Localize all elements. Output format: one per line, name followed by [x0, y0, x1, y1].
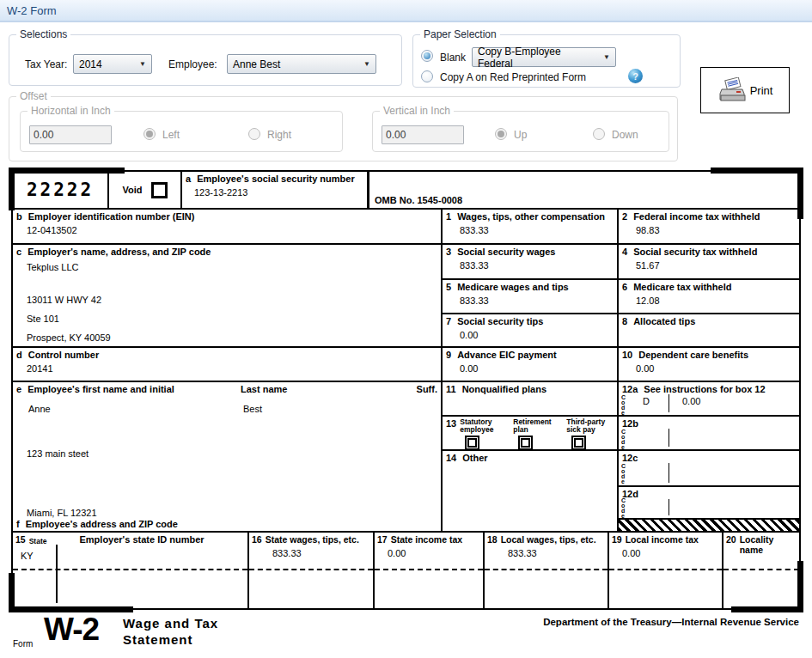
w2-box-3: 3Social security wages 833.33	[441, 245, 617, 278]
box-d-letter: d	[16, 350, 22, 361]
statutory-employee-label: Statutory employee	[460, 418, 503, 434]
employer-name: Tekplus LLC	[27, 262, 437, 273]
box-16-number: 16	[252, 534, 262, 545]
w2-box-15: 15 State Employer's state ID number KY	[13, 533, 247, 608]
chevron-down-icon: ▼	[139, 60, 146, 68]
box-10-number: 10	[622, 350, 632, 361]
w2-code-22222: 22222	[27, 180, 94, 200]
box-b-label: Employer identification number (EIN)	[28, 211, 195, 222]
statutory-employee-checkbox	[465, 436, 479, 450]
employee-dropdown[interactable]: Anne Best ▼	[227, 54, 376, 74]
box-7-number: 7	[446, 316, 451, 327]
box-11-number: 11	[446, 384, 456, 395]
box-2-label: Federal income tax withheld	[633, 211, 760, 222]
footer-form-title: Wage and Tax Statement	[123, 615, 218, 648]
box-4-label: Social security tax withheld	[633, 247, 757, 258]
vertical-offset-label: Vertical in Inch	[380, 105, 454, 117]
offset-group-label: Offset	[16, 90, 51, 102]
box-12a-divider	[669, 394, 669, 412]
w2-box-18: 18Local wages, tips, etc. 833.33	[483, 533, 607, 608]
w2-box-9: 9Advance EIC payment 0.00	[441, 348, 617, 381]
retirement-plan-label: Retirement plan	[513, 418, 556, 434]
box-12a-code: D	[643, 396, 650, 406]
omb-number: OMB No. 1545-0008	[375, 195, 462, 205]
box-18-number: 18	[487, 534, 498, 545]
box-19-value: 0.00	[622, 548, 719, 558]
chevron-down-icon: ▼	[603, 53, 610, 61]
copy-a-radio-label[interactable]: Copy A on Red Preprinted Form	[440, 71, 586, 83]
printer-icon	[717, 77, 747, 103]
w2-box-5: 5Medicare wages and tips 833.33	[441, 280, 617, 312]
w2-boxes-11-to-14: 11Nonqualified plans 12aSee instructions…	[441, 382, 799, 531]
box-15-state-label: State	[29, 536, 47, 546]
up-radio	[495, 128, 507, 140]
w2-box-12a: 12aSee instructions for box 12 Code D 0.…	[617, 382, 799, 415]
box-15-id-label: Employer's state ID number	[79, 534, 204, 546]
w2-row-top: 22222 Void aEmployee's social security n…	[13, 172, 799, 210]
box-5-number: 5	[446, 282, 451, 293]
copy-type-dropdown[interactable]: Copy B-Employee Federal ▼	[472, 47, 616, 67]
w2-omb-box: OMB No. 1545-0008	[367, 172, 799, 208]
blank-radio-label[interactable]: Blank	[440, 52, 466, 64]
box-20-label: Locality name	[740, 534, 797, 555]
down-radio-label: Down	[612, 129, 638, 141]
tax-year-dropdown[interactable]: 2014 ▼	[73, 54, 152, 74]
right-radio	[248, 128, 260, 140]
box-1-label: Wages, tips, other compensation	[457, 211, 605, 222]
box-f-label: Employee's address and ZIP code	[26, 519, 178, 530]
box-8-label: Allocated tips	[633, 316, 695, 327]
tax-year-label: Tax Year:	[25, 58, 67, 70]
vertical-offset-group: Vertical in Inch Up Down	[372, 111, 669, 152]
box-1-value: 833.33	[460, 225, 614, 236]
box-a-label: Employee's social security number	[197, 174, 355, 185]
blank-radio[interactable]	[421, 50, 433, 62]
w2-row-control: dControl number 20141 9Advance EIC payme…	[13, 348, 799, 382]
w2-code-box: 22222	[13, 172, 107, 208]
window-title-bar: W-2 Form	[0, 0, 812, 22]
box-12b-divider	[669, 429, 669, 447]
help-globe-icon[interactable]: ?	[628, 69, 643, 83]
box-12a-label: See instructions for box 12	[644, 384, 765, 395]
copy-a-radio[interactable]	[421, 70, 433, 82]
left-radio	[143, 128, 156, 140]
box-12c-code-strip: Code	[621, 464, 628, 484]
w2-box-7: 7Social security tips 0.00	[441, 314, 617, 346]
print-button[interactable]: Print	[700, 67, 790, 113]
box-12d-divider	[669, 499, 669, 515]
box-2-number: 2	[622, 211, 627, 222]
w2-box-12b: 12b Code	[617, 417, 799, 449]
box-15-number: 15	[15, 534, 26, 546]
window-title: W-2 Form	[7, 4, 57, 17]
w2-box-c: cEmployer's name, address, and ZIP code …	[13, 245, 441, 346]
box-19-number: 19	[612, 534, 622, 545]
state-value: KY	[21, 551, 245, 561]
w2-row-state-local: 15 State Employer's state ID number KY 1…	[13, 533, 799, 608]
box-19-label: Local income tax	[626, 534, 699, 545]
offset-group: Offset Horizontal in Inch Left Right Ver…	[9, 96, 678, 161]
w2-row-ein: bEmployer identification number (EIN) 12…	[13, 210, 799, 245]
employee-label: Employee:	[168, 58, 217, 70]
w2-box-2: 2Federal income tax withheld 98.83	[617, 210, 799, 243]
box-6-value: 12.08	[636, 295, 796, 307]
tax-year-value: 2014	[79, 58, 102, 70]
w2-box-d: dControl number 20141	[13, 348, 441, 381]
third-party-sick-pay-checkbox	[571, 436, 586, 450]
retirement-plan-checkbox	[518, 436, 533, 450]
box-3-number: 3	[446, 247, 451, 258]
w2-row-employer: cEmployer's name, address, and ZIP code …	[13, 245, 799, 348]
last-name-label: Last name	[241, 384, 287, 394]
box-6-number: 6	[622, 282, 627, 293]
box-16-label: State wages, tips, etc.	[266, 534, 359, 545]
box-13-number: 13	[446, 418, 456, 448]
box-2-value: 98.83	[636, 225, 796, 236]
w2-box-6: 6Medicare tax withheld 12.08	[617, 280, 799, 312]
box-5-value: 833.33	[460, 295, 614, 307]
box-15-tick-line	[56, 545, 58, 603]
box-7-value: 0.00	[460, 330, 614, 341]
w2-box-19: 19Local income tax 0.00	[607, 533, 722, 608]
employee-first-name: Anne	[28, 404, 51, 414]
w2-form-preview: 22222 Void aEmployee's social security n…	[11, 170, 801, 610]
box-9-label: Advance EIC payment	[457, 350, 557, 361]
employer-city-state-zip: Prospect, KY 40059	[27, 332, 437, 344]
w2-box-b: bEmployer identification number (EIN) 12…	[13, 210, 441, 243]
